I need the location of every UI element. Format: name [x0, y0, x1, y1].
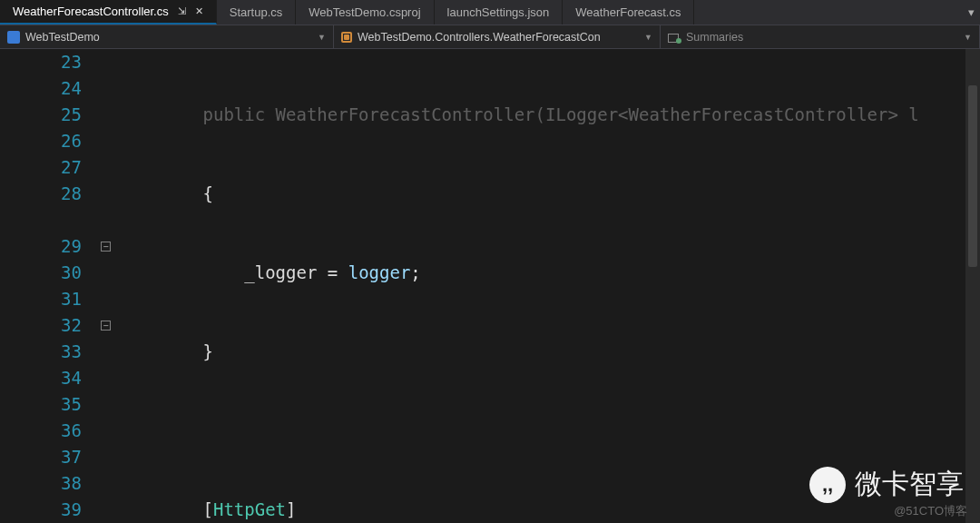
line-number — [0, 207, 82, 233]
scrollbar-thumb[interactable] — [968, 85, 977, 267]
chevron-down-icon: ▼ — [644, 33, 652, 42]
nav-class-label: WebTestDemo.Controllers.WeatherForecastC… — [358, 31, 601, 44]
tab-label: launchSettings.json — [447, 5, 550, 19]
chevron-down-icon: ▼ — [964, 33, 972, 42]
wechat-icon: ,, — [809, 467, 846, 503]
tab-label: WebTestDemo.csproj — [309, 5, 420, 19]
code-line: _logger = logger; — [120, 260, 980, 286]
tab-weatherforecastcontroller[interactable]: WeatherForecastController.cs ⇲ ✕ — [0, 0, 217, 25]
code-editor[interactable]: 23 24 25 26 27 28 29 30 31 32 33 34 35 3… — [0, 49, 980, 523]
line-number: 35 — [0, 391, 82, 418]
line-number: 29 — [0, 233, 82, 260]
line-number-gutter: 23 24 25 26 27 28 29 30 31 32 33 34 35 3… — [0, 49, 98, 523]
code-line: { — [120, 181, 980, 207]
nav-project-dropdown[interactable]: WebTestDemo ▼ — [0, 25, 334, 48]
watermark-text: 微卡智享 — [855, 466, 964, 503]
line-number: 33 — [0, 339, 82, 365]
code-line: } — [120, 339, 980, 365]
tab-startup[interactable]: Startup.cs — [217, 0, 297, 25]
csharp-project-icon — [7, 31, 20, 44]
close-icon[interactable]: ✕ — [195, 5, 203, 17]
watermark: ,, 微卡智享 — [809, 466, 964, 503]
line-number: 34 — [0, 365, 82, 391]
nav-member-dropdown[interactable]: Summaries ▼ — [661, 25, 980, 48]
line-number: 26 — [0, 128, 82, 154]
nav-class-dropdown[interactable]: WebTestDemo.Controllers.WeatherForecastC… — [334, 25, 661, 48]
nav-member-label: Summaries — [686, 31, 743, 44]
tab-launchsettings[interactable]: launchSettings.json — [435, 0, 564, 25]
tab-label: WeatherForecastController.cs — [13, 5, 169, 18]
document-tabs: WeatherForecastController.cs ⇲ ✕ Startup… — [0, 0, 980, 25]
navigation-bar: WebTestDemo ▼ WebTestDemo.Controllers.We… — [0, 25, 980, 49]
tab-label: WeatherForecast.cs — [575, 5, 681, 19]
tab-overflow-button[interactable]: ▾ — [963, 0, 980, 25]
line-number: 30 — [0, 260, 82, 286]
line-number: 32 — [0, 312, 82, 339]
line-number: 31 — [0, 286, 82, 312]
line-number: 24 — [0, 75, 82, 102]
line-number: 25 — [0, 102, 82, 128]
credit-text: @51CTO博客 — [894, 503, 967, 519]
nav-project-label: WebTestDemo — [25, 31, 100, 44]
fold-toggle[interactable]: − — [101, 321, 111, 331]
chevron-down-icon: ▼ — [318, 33, 326, 42]
fold-column: − − — [98, 49, 118, 523]
line-number: 28 — [0, 181, 82, 207]
line-number: 23 — [0, 49, 82, 75]
fold-toggle[interactable]: − — [101, 242, 111, 252]
line-number: 27 — [0, 154, 82, 181]
tab-weatherforecast[interactable]: WeatherForecast.cs — [563, 0, 694, 25]
tab-csproj[interactable]: WebTestDemo.csproj — [296, 0, 434, 25]
class-icon — [341, 32, 352, 43]
line-number: 37 — [0, 444, 82, 470]
tab-label: Startup.cs — [230, 5, 283, 19]
line-number: 36 — [0, 418, 82, 444]
code-line — [120, 418, 980, 444]
line-number: 38 — [0, 470, 82, 497]
line-number: 39 — [0, 497, 82, 523]
code-area[interactable]: public WeatherForecastController(ILogger… — [118, 49, 980, 523]
pin-icon[interactable]: ⇲ — [178, 5, 186, 17]
vertical-scrollbar[interactable] — [965, 49, 980, 523]
field-icon — [668, 32, 681, 43]
code-line: public WeatherForecastController(ILogger… — [120, 102, 980, 128]
